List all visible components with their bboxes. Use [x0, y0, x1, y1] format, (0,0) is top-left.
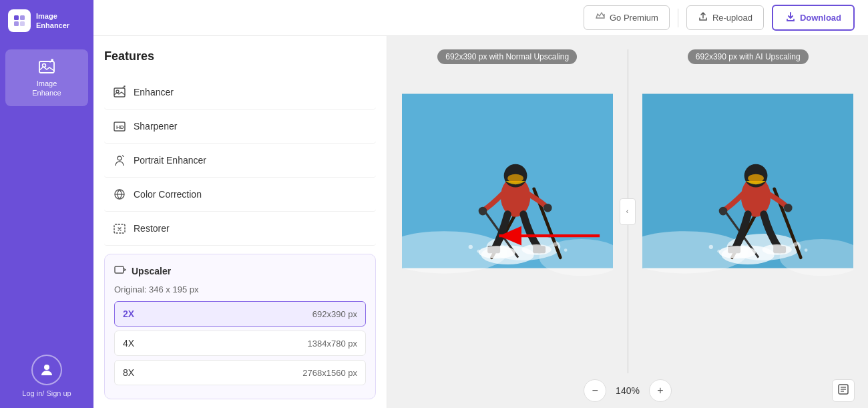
- scale-4x-label: 4X: [123, 338, 134, 349]
- color-correction-icon: [112, 187, 127, 202]
- upscaler-header: Upscaler: [114, 264, 366, 278]
- feature-item-restorer[interactable]: Restorer: [104, 212, 376, 246]
- preview-area: 692x390 px with Normal Upscaling: [387, 36, 868, 408]
- svg-point-25: [507, 174, 523, 183]
- svg-point-56: [805, 248, 808, 252]
- header-divider: [678, 9, 678, 27]
- premium-icon: [595, 11, 606, 24]
- scale-option-8x[interactable]: 8X 2768x1560 px: [114, 360, 366, 385]
- svg-point-30: [478, 246, 515, 258]
- premium-button[interactable]: Go Premium: [584, 5, 670, 30]
- header: Go Premium Re-upload Download: [93, 0, 868, 36]
- image-enhance-icon: [37, 57, 56, 76]
- zoom-out-icon: −: [592, 385, 598, 397]
- svg-rect-0: [14, 15, 19, 20]
- collapse-button[interactable]: ‹: [620, 198, 636, 225]
- zoom-in-button[interactable]: +: [649, 379, 672, 402]
- svg-point-6: [44, 365, 49, 370]
- scale-option-2x[interactable]: 2X 692x390 px: [114, 301, 366, 327]
- preview-label-left: 692x390 px with Normal Upscaling: [437, 49, 577, 64]
- collapse-icon: ‹: [626, 208, 628, 215]
- sidebar: Image Enhancer ImageEnhance Log in/ S: [0, 0, 93, 408]
- preview-label-right: 692x390 px with AI Upscaling: [688, 49, 809, 64]
- sidebar-nav: ImageEnhance: [0, 41, 93, 344]
- feature-item-color-correction[interactable]: Color Correction: [104, 178, 376, 212]
- color-correction-label: Color Correction: [134, 189, 202, 200]
- features-panel: Features Enhancer HD: [93, 36, 387, 408]
- download-label: Download: [800, 13, 841, 23]
- sidebar-bottom: Log in/ Sign up: [11, 344, 81, 408]
- logo-text: Image Enhancer: [36, 11, 69, 31]
- preview-image-left: [402, 71, 613, 294]
- scale-8x-size: 2768x1560 px: [302, 368, 357, 378]
- feature-item-sharpener[interactable]: HD Sharpener: [104, 110, 376, 144]
- svg-text:HD: HD: [116, 124, 124, 130]
- sidebar-logo: Image Enhancer: [0, 0, 93, 41]
- reupload-icon: [698, 11, 708, 24]
- features-title: Features: [104, 49, 376, 63]
- scale-4x-size: 1384x780 px: [308, 339, 357, 349]
- reupload-button[interactable]: Re-upload: [686, 5, 764, 30]
- login-label[interactable]: Log in/ Sign up: [22, 389, 71, 397]
- svg-point-31: [521, 244, 551, 255]
- svg-point-34: [553, 242, 557, 246]
- svg-point-27: [544, 204, 552, 212]
- upscaler-title: Upscaler: [132, 266, 171, 276]
- svg-point-53: [709, 245, 713, 249]
- preview-image-right: [642, 71, 853, 294]
- svg-point-54: [717, 250, 720, 253]
- download-icon: [785, 11, 796, 24]
- svg-rect-3: [20, 21, 25, 26]
- original-size-text: Original: 346 x 195 px: [114, 284, 366, 294]
- svg-rect-2: [14, 21, 19, 26]
- svg-point-55: [793, 242, 797, 246]
- preview-images: 692x390 px with Normal Upscaling: [387, 36, 868, 373]
- preview-pane-right: 692x390 px with AI Upscaling: [628, 49, 869, 373]
- svg-point-35: [564, 248, 567, 252]
- scale-2x-label: 2X: [123, 309, 134, 319]
- download-button[interactable]: Download: [772, 5, 855, 31]
- scale-2x-size: 692x390 px: [312, 309, 357, 319]
- svg-point-48: [784, 204, 793, 212]
- sharpener-label: Sharpener: [134, 121, 177, 132]
- sidebar-item-label: ImageEnhance: [32, 79, 61, 98]
- content-area: Features Enhancer HD: [93, 36, 868, 408]
- upscaler-box: Upscaler Original: 346 x 195 px 2X 692x3…: [104, 254, 376, 399]
- reupload-label: Re-upload: [712, 13, 752, 23]
- preview-pane-left: 692x390 px with Normal Upscaling: [387, 49, 628, 373]
- sharpener-icon: HD: [112, 119, 127, 134]
- feature-item-portrait-enhancer[interactable]: Portrait Enhancer: [104, 144, 376, 178]
- svg-rect-7: [114, 88, 125, 97]
- preview-footer: − 140% +: [387, 373, 868, 408]
- enhancer-label: Enhancer: [134, 87, 174, 97]
- svg-point-8: [116, 90, 119, 93]
- zoom-out-button[interactable]: −: [584, 379, 606, 402]
- svg-rect-4: [39, 61, 54, 73]
- svg-point-11: [118, 156, 122, 160]
- svg-point-26: [478, 207, 487, 216]
- zoom-level: 140%: [606, 385, 649, 396]
- feature-item-enhancer[interactable]: Enhancer: [104, 75, 376, 110]
- avatar[interactable]: [31, 355, 62, 385]
- scale-8x-label: 8X: [123, 367, 134, 378]
- zoom-in-icon: +: [657, 385, 663, 397]
- svg-point-46: [748, 174, 764, 183]
- portrait-enhancer-icon: [112, 153, 127, 168]
- svg-point-33: [477, 250, 480, 253]
- logo-icon: [8, 9, 31, 32]
- portrait-enhancer-label: Portrait Enhancer: [134, 155, 206, 166]
- notes-button[interactable]: [832, 379, 855, 402]
- scale-option-4x[interactable]: 4X 1384x780 px: [114, 331, 366, 356]
- enhancer-icon: [112, 85, 127, 99]
- svg-point-52: [763, 244, 792, 255]
- sidebar-item-image-enhance[interactable]: ImageEnhance: [5, 49, 88, 106]
- svg-point-47: [719, 207, 728, 216]
- svg-rect-1: [20, 15, 25, 20]
- upscaler-icon: [114, 264, 126, 278]
- notes-icon: [837, 383, 849, 398]
- restorer-label: Restorer: [134, 223, 170, 234]
- svg-point-32: [468, 245, 472, 249]
- svg-point-51: [719, 246, 756, 258]
- premium-label: Go Premium: [610, 13, 658, 23]
- svg-rect-14: [115, 266, 124, 273]
